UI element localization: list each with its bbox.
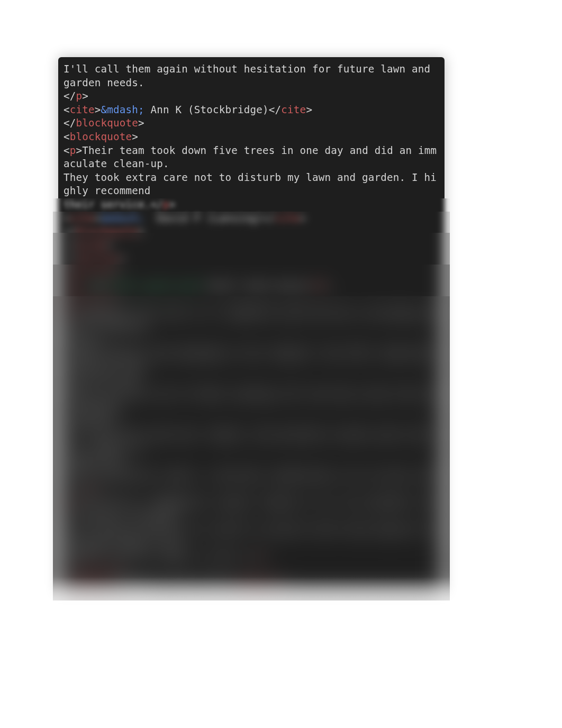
tag-article: article <box>76 564 120 576</box>
punct: > <box>132 131 138 143</box>
punct: < <box>64 280 70 292</box>
punct: < <box>64 266 70 278</box>
space <box>82 280 88 292</box>
code-block: I'll call them again without hesitation … <box>58 57 445 592</box>
punct: > <box>95 104 101 116</box>
punct: </ <box>64 225 76 238</box>
punct: </ <box>64 90 76 102</box>
code-text: stump removal and emergency tree removal… <box>64 347 437 373</box>
punct: > <box>76 307 83 319</box>
tag-section: section <box>76 252 120 265</box>
punct: < <box>64 578 70 590</box>
tag-address: address <box>70 591 113 592</box>
code-text: tree evaluation (bark / nutrient conditi… <box>64 469 437 495</box>
punct: > <box>113 266 120 278</box>
code-text: free on-site <box>64 375 138 387</box>
punct: > <box>113 578 120 590</box>
punct: < <box>64 307 70 319</box>
punct: </ <box>64 252 76 265</box>
attr-id: id <box>88 280 101 292</box>
tag-address: address <box>238 578 281 590</box>
tag-address: address <box>213 591 256 592</box>
page: I'll call them again without hesitation … <box>0 0 562 728</box>
punct: < <box>64 104 70 116</box>
code-content: I'll call them again without hesitation … <box>64 62 439 592</box>
punct: > <box>120 564 126 576</box>
tag-aside: aside <box>76 239 107 251</box>
punct: > <box>76 496 83 508</box>
punct: > <box>82 90 88 102</box>
code-text: David P (Lansing)</ <box>144 212 275 224</box>
code-text: Terrance's (H&amp;B's owner) family is i… <box>64 496 437 522</box>
tag-p: p <box>88 483 95 495</box>
tag-cite: cite <box>70 104 95 116</box>
punct: > <box>113 293 120 305</box>
punct: > <box>256 591 262 592</box>
punct: > <box>120 252 126 265</box>
punct: = <box>101 280 107 292</box>
code-text: Ann K (Stockbridge)</ <box>144 104 282 116</box>
tag-p: p <box>76 90 83 102</box>
punct: </ <box>64 239 76 251</box>
code-text: They took extra care not to disturb my l… <box>64 171 437 197</box>
punct: > <box>113 591 120 592</box>
punct: < <box>64 131 70 143</box>
code-text: quote services out of East Lansing, MI. … <box>64 388 437 414</box>
tag-cite: cite <box>275 212 300 224</box>
tag-p: p <box>70 144 76 157</box>
code-text: Their team took down five trees in one d… <box>64 144 437 170</box>
code-text: in a 30 miles and over radius. We provid… <box>64 429 437 454</box>
tag-article: article <box>70 293 113 305</box>
code-text: health care all days or well.</ <box>64 550 256 562</box>
punct: > <box>138 225 144 238</box>
tag-cite: cite <box>281 104 306 116</box>
tag-p: p <box>256 550 262 562</box>
code-text: an in-house arborist on staff to assist … <box>64 523 437 549</box>
code-text: commercial <box>64 456 126 468</box>
tag-h2: h2 <box>312 280 325 292</box>
punct: > <box>95 483 101 495</box>
punct: > <box>281 578 287 590</box>
punct: > <box>169 198 176 211</box>
code-text: 48 Okland Rd.</ <box>120 591 213 592</box>
tag-p: p <box>163 198 169 211</box>
code-text: counties <box>64 415 113 427</box>
punct: > <box>95 212 101 224</box>
punct: > <box>262 550 269 562</box>
punct: > <box>325 280 331 292</box>
punct: > <box>306 104 312 116</box>
punct: </ <box>64 564 76 576</box>
attr-val: "full-yard-care" <box>107 280 206 292</box>
tag-h2: h2 <box>70 280 83 292</box>
punct: < <box>64 496 70 508</box>
punct: < <box>64 144 70 157</box>
tag-blockquote: blockquote <box>76 225 139 238</box>
entity-mdash: &mdash; <box>101 212 144 224</box>
code-text: H&amp;B Tree Care is a complete yard-ser… <box>64 307 437 333</box>
punct: > <box>138 117 144 129</box>
code-text: Full Yard Care</ <box>213 280 312 292</box>
tag-p: p <box>70 496 76 508</box>
tag-cite: cite <box>70 212 95 224</box>
code-text: I'll call them again without hesitation … <box>64 63 437 89</box>
tag-p: p <box>70 307 76 319</box>
punct: > <box>76 144 83 157</box>
code-text: their service.</ <box>64 198 163 211</box>
punct: > <box>300 212 306 224</box>
tag-section: section <box>70 266 113 278</box>
code-text: H&amp;B Tree Care</ <box>120 578 238 590</box>
punct: < <box>64 212 70 224</box>
tag-blockquote: blockquote <box>76 117 139 129</box>
punct: < <box>64 293 70 305</box>
punct: < <box>64 591 70 592</box>
punct: > <box>206 280 213 292</box>
code-text: mowing, <box>64 334 107 346</box>
punct: </ <box>64 117 76 129</box>
tag-blockquote: blockquote <box>70 131 132 143</box>
entity-mdash: &mdash; <box>101 104 144 116</box>
punct: > <box>107 239 113 251</box>
tag-address: address <box>70 578 113 590</box>
